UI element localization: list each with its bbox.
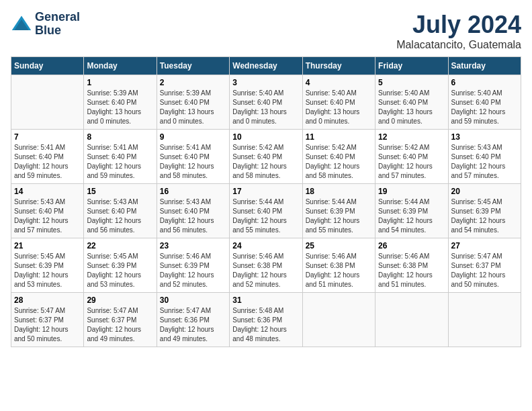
calendar-cell: 19Sunrise: 5:44 AMSunset: 6:39 PMDayligh…: [375, 184, 448, 238]
week-row-2: 7Sunrise: 5:41 AMSunset: 6:40 PMDaylight…: [11, 130, 521, 184]
day-number: 7: [14, 132, 81, 142]
day-info: Sunrise: 5:46 AMSunset: 6:39 PMDaylight:…: [160, 252, 226, 289]
day-info: Sunrise: 5:44 AMSunset: 6:39 PMDaylight:…: [306, 197, 372, 235]
calendar-cell: 1Sunrise: 5:39 AMSunset: 6:40 PMDaylight…: [84, 75, 157, 130]
day-info: Sunrise: 5:42 AMSunset: 6:40 PMDaylight:…: [378, 143, 445, 181]
day-number: 21: [14, 241, 81, 250]
calendar-header: SundayMondayTuesdayWednesdayThursdayFrid…: [11, 57, 521, 75]
day-number: 1: [87, 78, 153, 87]
week-row-3: 14Sunrise: 5:43 AMSunset: 6:40 PMDayligh…: [11, 184, 521, 238]
calendar-cell: 17Sunrise: 5:44 AMSunset: 6:40 PMDayligh…: [230, 184, 302, 238]
day-number: 12: [378, 132, 445, 142]
day-info: Sunrise: 5:45 AMSunset: 6:39 PMDaylight:…: [451, 197, 518, 235]
calendar-cell: 15Sunrise: 5:43 AMSunset: 6:40 PMDayligh…: [84, 184, 157, 238]
day-info: Sunrise: 5:47 AMSunset: 6:37 PMDaylight:…: [451, 252, 518, 289]
day-number: 19: [378, 187, 445, 196]
calendar-cell: 20Sunrise: 5:45 AMSunset: 6:39 PMDayligh…: [448, 184, 521, 238]
calendar-cell: 23Sunrise: 5:46 AMSunset: 6:39 PMDayligh…: [157, 238, 229, 293]
calendar-cell: [302, 293, 375, 347]
calendar-cell: 27Sunrise: 5:47 AMSunset: 6:37 PMDayligh…: [448, 238, 521, 293]
calendar-cell: 21Sunrise: 5:45 AMSunset: 6:39 PMDayligh…: [11, 238, 84, 293]
weekday-header-friday: Friday: [375, 57, 448, 75]
day-number: 11: [306, 132, 372, 142]
calendar-cell: [448, 293, 521, 347]
weekday-header-row: SundayMondayTuesdayWednesdayThursdayFrid…: [11, 57, 521, 75]
day-info: Sunrise: 5:46 AMSunset: 6:38 PMDaylight:…: [232, 252, 299, 289]
day-info: Sunrise: 5:44 AMSunset: 6:40 PMDaylight:…: [232, 197, 299, 235]
day-number: 8: [87, 132, 153, 142]
day-number: 30: [160, 295, 226, 305]
day-number: 17: [232, 187, 299, 196]
day-number: 14: [14, 187, 81, 196]
day-number: 9: [160, 132, 226, 142]
calendar-cell: 9Sunrise: 5:41 AMSunset: 6:40 PMDaylight…: [157, 130, 229, 184]
week-row-5: 28Sunrise: 5:47 AMSunset: 6:37 PMDayligh…: [11, 293, 521, 347]
calendar-cell: 25Sunrise: 5:46 AMSunset: 6:38 PMDayligh…: [302, 238, 375, 293]
logo-icon: [11, 13, 32, 35]
calendar-cell: 29Sunrise: 5:47 AMSunset: 6:37 PMDayligh…: [84, 293, 157, 347]
weekday-header-thursday: Thursday: [302, 57, 375, 75]
calendar-cell: 5Sunrise: 5:40 AMSunset: 6:40 PMDaylight…: [375, 75, 448, 130]
weekday-header-sunday: Sunday: [11, 57, 84, 75]
day-number: 18: [306, 187, 372, 196]
day-info: Sunrise: 5:39 AMSunset: 6:40 PMDaylight:…: [160, 89, 226, 126]
day-number: 5: [378, 78, 445, 87]
day-info: Sunrise: 5:41 AMSunset: 6:40 PMDaylight:…: [160, 143, 226, 181]
day-number: 27: [451, 241, 518, 250]
week-row-1: 1Sunrise: 5:39 AMSunset: 6:40 PMDaylight…: [11, 75, 521, 130]
calendar-body: 1Sunrise: 5:39 AMSunset: 6:40 PMDaylight…: [11, 75, 521, 347]
weekday-header-monday: Monday: [84, 57, 157, 75]
weekday-header-tuesday: Tuesday: [157, 57, 229, 75]
day-number: 20: [451, 187, 518, 196]
calendar-cell: 30Sunrise: 5:47 AMSunset: 6:36 PMDayligh…: [157, 293, 229, 347]
day-number: 28: [14, 295, 81, 305]
calendar-cell: 24Sunrise: 5:46 AMSunset: 6:38 PMDayligh…: [230, 238, 302, 293]
calendar-table: SundayMondayTuesdayWednesdayThursdayFrid…: [11, 56, 521, 347]
calendar-cell: [375, 293, 448, 347]
calendar-cell: 7Sunrise: 5:41 AMSunset: 6:40 PMDaylight…: [11, 130, 84, 184]
day-info: Sunrise: 5:45 AMSunset: 6:39 PMDaylight:…: [87, 252, 153, 289]
calendar-cell: 13Sunrise: 5:43 AMSunset: 6:40 PMDayligh…: [448, 130, 521, 184]
day-info: Sunrise: 5:39 AMSunset: 6:40 PMDaylight:…: [87, 89, 153, 126]
calendar-cell: 10Sunrise: 5:42 AMSunset: 6:40 PMDayligh…: [230, 130, 302, 184]
calendar-cell: 18Sunrise: 5:44 AMSunset: 6:39 PMDayligh…: [302, 184, 375, 238]
calendar-cell: 16Sunrise: 5:43 AMSunset: 6:40 PMDayligh…: [157, 184, 229, 238]
calendar-cell: 2Sunrise: 5:39 AMSunset: 6:40 PMDaylight…: [157, 75, 229, 130]
calendar-cell: 22Sunrise: 5:45 AMSunset: 6:39 PMDayligh…: [84, 238, 157, 293]
calendar-cell: 28Sunrise: 5:47 AMSunset: 6:37 PMDayligh…: [11, 293, 84, 347]
calendar-cell: 6Sunrise: 5:40 AMSunset: 6:40 PMDaylight…: [448, 75, 521, 130]
day-number: 26: [378, 241, 445, 250]
calendar-cell: 12Sunrise: 5:42 AMSunset: 6:40 PMDayligh…: [375, 130, 448, 184]
day-info: Sunrise: 5:47 AMSunset: 6:37 PMDaylight:…: [14, 306, 81, 344]
logo-line1: General: [35, 11, 80, 24]
day-info: Sunrise: 5:41 AMSunset: 6:40 PMDaylight:…: [14, 143, 81, 181]
day-number: 31: [232, 295, 299, 305]
day-info: Sunrise: 5:41 AMSunset: 6:40 PMDaylight:…: [87, 143, 153, 181]
calendar-cell: 3Sunrise: 5:40 AMSunset: 6:40 PMDaylight…: [230, 75, 302, 130]
day-number: 15: [87, 187, 153, 196]
week-row-4: 21Sunrise: 5:45 AMSunset: 6:39 PMDayligh…: [11, 238, 521, 293]
day-info: Sunrise: 5:43 AMSunset: 6:40 PMDaylight:…: [14, 197, 81, 235]
day-info: Sunrise: 5:40 AMSunset: 6:40 PMDaylight:…: [451, 89, 518, 126]
day-info: Sunrise: 5:47 AMSunset: 6:37 PMDaylight:…: [87, 306, 153, 344]
day-number: 24: [232, 241, 299, 250]
location: Malacatancito, Guatemala: [396, 39, 521, 51]
day-info: Sunrise: 5:40 AMSunset: 6:40 PMDaylight:…: [378, 89, 445, 126]
day-number: 29: [87, 295, 153, 305]
day-number: 6: [451, 78, 518, 87]
day-info: Sunrise: 5:42 AMSunset: 6:40 PMDaylight:…: [232, 143, 299, 181]
day-number: 10: [232, 132, 299, 142]
day-number: 3: [232, 78, 299, 87]
weekday-header-wednesday: Wednesday: [230, 57, 302, 75]
day-number: 16: [160, 187, 226, 196]
title-block: July 2024 Malacatancito, Guatemala: [396, 11, 521, 51]
weekday-header-saturday: Saturday: [448, 57, 521, 75]
calendar-cell: 11Sunrise: 5:42 AMSunset: 6:40 PMDayligh…: [302, 130, 375, 184]
calendar-cell: 4Sunrise: 5:40 AMSunset: 6:40 PMDaylight…: [302, 75, 375, 130]
logo-line2: Blue: [35, 24, 80, 38]
day-number: 22: [87, 241, 153, 250]
month-title: July 2024: [396, 11, 521, 39]
day-info: Sunrise: 5:40 AMSunset: 6:40 PMDaylight:…: [306, 89, 372, 126]
calendar-cell: 26Sunrise: 5:46 AMSunset: 6:38 PMDayligh…: [375, 238, 448, 293]
day-info: Sunrise: 5:44 AMSunset: 6:39 PMDaylight:…: [378, 197, 445, 235]
